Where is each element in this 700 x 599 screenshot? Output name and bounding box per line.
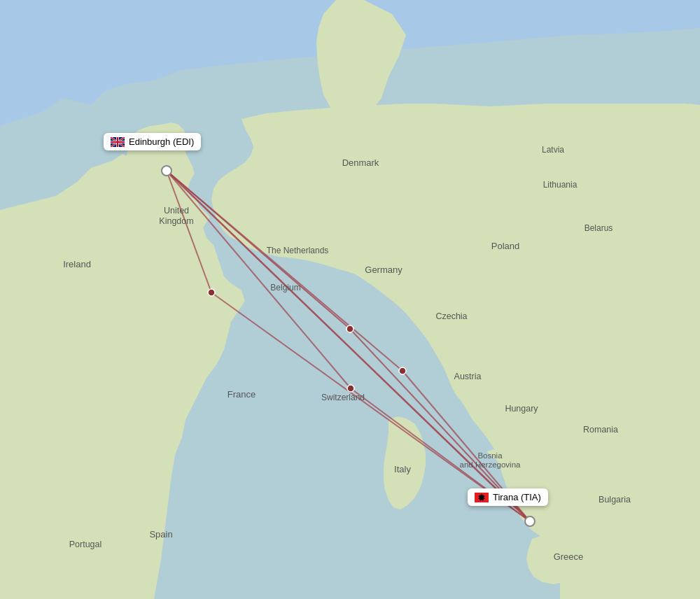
svg-text:Switzerland: Switzerland — [321, 393, 365, 402]
svg-text:Lithuania: Lithuania — [543, 180, 578, 190]
svg-text:Poland: Poland — [491, 241, 519, 251]
svg-text:and Herzegovina: and Herzegovina — [460, 460, 522, 469]
svg-text:Austria: Austria — [454, 372, 482, 381]
svg-point-15 — [525, 516, 535, 526]
svg-point-12 — [347, 385, 354, 392]
svg-text:Italy: Italy — [394, 464, 411, 474]
map-svg: Ireland United Kingdom Denmark Latvia Li… — [0, 0, 700, 599]
map-container: Ireland United Kingdom Denmark Latvia Li… — [0, 0, 700, 599]
svg-text:Denmark: Denmark — [342, 157, 379, 168]
svg-text:The Netherlands: The Netherlands — [267, 246, 329, 255]
svg-text:Bosnia: Bosnia — [477, 451, 503, 460]
svg-text:Germany: Germany — [365, 265, 402, 275]
svg-point-10 — [208, 289, 215, 296]
svg-text:Bulgaria: Bulgaria — [598, 495, 631, 505]
svg-text:Romania: Romania — [583, 425, 618, 435]
svg-point-14 — [162, 166, 172, 176]
svg-text:Spain: Spain — [149, 529, 172, 540]
svg-text:Belarus: Belarus — [584, 223, 613, 233]
svg-text:Greece: Greece — [554, 551, 584, 562]
svg-text:Belgium: Belgium — [270, 283, 300, 293]
svg-text:Portugal: Portugal — [69, 540, 102, 549]
svg-point-13 — [399, 367, 406, 374]
svg-text:France: France — [227, 389, 255, 400]
svg-text:Hungary: Hungary — [505, 404, 538, 414]
svg-text:United: United — [164, 206, 189, 216]
svg-text:Ireland: Ireland — [63, 259, 91, 269]
svg-text:Latvia: Latvia — [542, 145, 564, 155]
svg-point-11 — [346, 325, 354, 332]
svg-text:Czechia: Czechia — [435, 311, 467, 321]
svg-text:Kingdom: Kingdom — [159, 216, 193, 226]
